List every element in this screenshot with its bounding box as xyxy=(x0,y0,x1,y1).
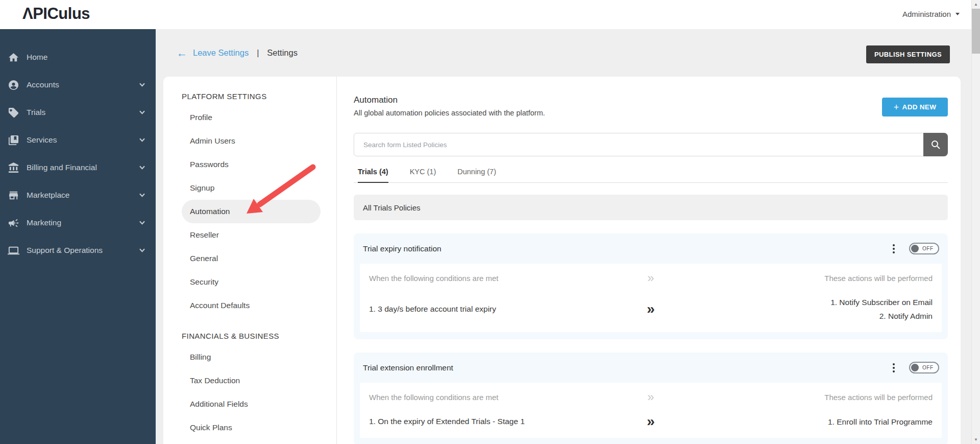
policy-search xyxy=(354,133,948,156)
settings-nav-item-security[interactable]: Security xyxy=(182,270,321,294)
chevron-down-icon xyxy=(139,83,145,87)
sidebar-item-label: Billing and Financial xyxy=(27,163,97,172)
scrollbar-down-arrow[interactable] xyxy=(972,435,980,444)
policy-card-header: Trial expiry notification OFF xyxy=(360,233,942,264)
settings-nav-item-account-defaults[interactable]: Account Defaults xyxy=(182,294,321,317)
sidebar-item-label: Accounts xyxy=(27,80,59,89)
settings-nav-item-quick-plans[interactable]: Quick Plans xyxy=(182,416,321,439)
policy-data-row: 1. 3 day/s before account trial expiry 1… xyxy=(369,295,933,323)
policy-card-header: Trial extension enrollment OFF xyxy=(360,353,942,383)
policy-card: Trial extension enrollment OFF When the … xyxy=(354,353,948,444)
home-icon xyxy=(8,52,19,63)
publish-settings-button[interactable]: PUBLISH SETTINGS xyxy=(866,45,950,63)
sidebar-item-home[interactable]: Home xyxy=(0,43,156,71)
add-new-button-label: ADD NEW xyxy=(902,103,937,111)
chevron-down-icon xyxy=(139,248,145,253)
settings-nav-item-signup[interactable]: Signup xyxy=(182,176,321,200)
settings-nav-item-profile[interactable]: Profile xyxy=(182,106,321,129)
policy-tabs: Trials (4) KYC (1) Dunning (7) xyxy=(354,168,948,183)
scrollbar-up-arrow[interactable] xyxy=(972,0,980,9)
marketing-megaphone-icon xyxy=(8,217,19,229)
kebab-menu-icon[interactable] xyxy=(885,359,902,377)
search-icon xyxy=(930,139,941,150)
trials-tag-icon xyxy=(8,107,19,119)
tab-dunning[interactable]: Dunning (7) xyxy=(457,168,496,182)
double-chevron-icon xyxy=(647,391,654,403)
chevron-down-icon xyxy=(139,110,145,115)
policy-card: Trial expiry notification OFF When the f… xyxy=(354,233,948,339)
toggle-state-label: OFF xyxy=(922,365,934,370)
policy-card-body: When the following conditions are met Th… xyxy=(360,383,942,438)
tab-kyc[interactable]: KYC (1) xyxy=(410,168,436,182)
administration-menu-label: Administration xyxy=(902,10,951,18)
main-sidebar: Home Accounts Trials Services Billing an… xyxy=(0,29,156,444)
actions-header: These actions will be performed xyxy=(669,393,933,402)
settings-nav: PLATFORM SETTINGS Profile Admin Users Pa… xyxy=(163,77,337,444)
double-chevron-icon xyxy=(647,302,655,316)
settings-nav-item-reseller[interactable]: Reseller xyxy=(182,223,321,247)
settings-nav-section-heading: FINANCIALS & BUSINESS xyxy=(182,332,336,340)
settings-nav-item-passwords[interactable]: Passwords xyxy=(182,153,321,176)
sidebar-item-marketing[interactable]: Marketing xyxy=(0,209,156,237)
policy-name: Trial expiry notification xyxy=(363,244,885,253)
apiculus-logo[interactable]: ΛPICulus xyxy=(22,5,90,23)
sidebar-item-label: Home xyxy=(27,53,47,62)
settings-nav-item-automation[interactable]: Automation xyxy=(182,200,321,223)
administration-menu[interactable]: Administration xyxy=(902,10,960,18)
section-subtitle: All global automation policies associate… xyxy=(354,109,948,117)
policy-labels-row: When the following conditions are met Th… xyxy=(369,272,933,284)
settings-nav-section-heading: PLATFORM SETTINGS xyxy=(182,92,336,101)
page-title: Settings xyxy=(267,48,298,58)
chevron-down-icon xyxy=(139,138,145,143)
settings-panel: PLATFORM SETTINGS Profile Admin Users Pa… xyxy=(163,77,961,444)
conditions-header: When the following conditions are met xyxy=(369,274,633,283)
sidebar-item-label: Marketing xyxy=(27,218,61,227)
marketplace-store-icon xyxy=(8,190,19,201)
settings-nav-item-additional-fields[interactable]: Additional Fields xyxy=(182,392,321,416)
search-button[interactable] xyxy=(923,133,948,156)
add-new-button[interactable]: ADD NEW xyxy=(882,98,948,116)
automation-header: Automation All global automation policie… xyxy=(354,95,948,117)
services-icon xyxy=(8,134,19,146)
policy-action: 1. Notify Subscriber on Email xyxy=(669,295,933,309)
sidebar-item-label: Trials xyxy=(27,108,45,117)
sidebar-item-support-operations[interactable]: Support & Operations xyxy=(0,237,156,264)
all-trials-policies-header: All Trials Policies xyxy=(354,195,948,220)
policy-action: 2. Notify Admin xyxy=(669,309,933,323)
section-title: Automation xyxy=(354,95,948,105)
sidebar-item-billing-and-financial[interactable]: Billing and Financial xyxy=(0,154,156,181)
plus-icon xyxy=(894,103,899,112)
sidebar-item-services[interactable]: Services xyxy=(0,126,156,154)
policy-action: 1. Enroll into Trial Programme xyxy=(669,415,933,429)
double-chevron-icon xyxy=(647,272,654,284)
policy-card-body: When the following conditions are met Th… xyxy=(360,264,942,332)
settings-nav-item-billing[interactable]: Billing xyxy=(182,345,321,369)
leave-settings-link[interactable]: Leave Settings xyxy=(193,48,249,58)
conditions-header: When the following conditions are met xyxy=(369,393,633,402)
back-arrow-icon[interactable] xyxy=(177,48,187,58)
breadcrumb: Leave Settings | Settings xyxy=(177,29,298,77)
support-laptop-icon xyxy=(8,245,19,256)
settings-nav-item-admin-users[interactable]: Admin Users xyxy=(182,129,321,153)
sidebar-item-marketplace[interactable]: Marketplace xyxy=(0,181,156,209)
policy-labels-row: When the following conditions are met Th… xyxy=(369,391,933,403)
top-app-bar: ΛPICulus Administration xyxy=(0,0,980,29)
policy-condition: 1. 3 day/s before account trial expiry xyxy=(369,305,633,314)
scrollbar-thumb[interactable] xyxy=(972,9,980,54)
policy-toggle[interactable]: OFF xyxy=(909,243,939,254)
policy-data-row: 1. On the expiry of Extended Trials - St… xyxy=(369,414,933,429)
sidebar-item-accounts[interactable]: Accounts xyxy=(0,71,156,99)
tab-trials[interactable]: Trials (4) xyxy=(358,168,388,183)
settings-nav-item-tax-deduction[interactable]: Tax Deduction xyxy=(182,369,321,392)
sidebar-item-label: Services xyxy=(27,135,57,145)
sidebar-item-trials[interactable]: Trials xyxy=(0,99,156,126)
policy-condition: 1. On the expiry of Extended Trials - St… xyxy=(369,417,633,426)
search-input[interactable] xyxy=(354,133,948,156)
policy-name: Trial extension enrollment xyxy=(363,363,885,372)
kebab-menu-icon[interactable] xyxy=(885,240,902,258)
vertical-scrollbar[interactable] xyxy=(971,0,980,444)
settings-nav-item-general[interactable]: General xyxy=(182,247,321,270)
caret-down-icon xyxy=(955,13,960,15)
automation-content: Automation All global automation policie… xyxy=(337,77,961,444)
policy-toggle[interactable]: OFF xyxy=(909,362,939,373)
